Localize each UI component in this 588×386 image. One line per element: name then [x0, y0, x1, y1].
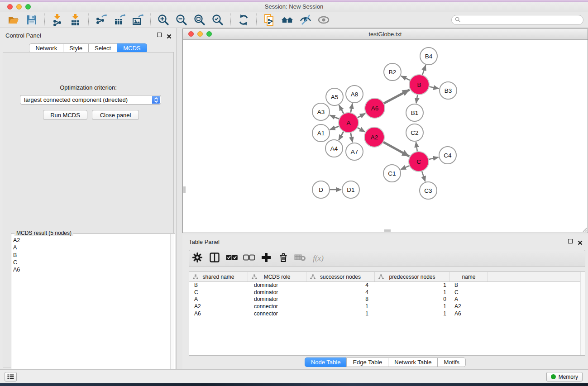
- node-A5[interactable]: A5: [326, 88, 343, 105]
- table-row[interactable]: Cdominator41C: [189, 289, 585, 296]
- cell-mcds-role: dominator: [248, 282, 306, 289]
- show-all-icon[interactable]: [317, 13, 330, 27]
- run-mcds-button[interactable]: Run MCDS: [43, 110, 87, 120]
- memory-button[interactable]: Memory: [546, 372, 583, 381]
- node-B4[interactable]: B4: [420, 48, 437, 65]
- gear-icon[interactable]: [192, 252, 203, 265]
- column-header-shared-name[interactable]: shared name: [189, 272, 248, 281]
- minimize-network-button[interactable]: [197, 31, 203, 37]
- cell-mcds-role: connector: [248, 303, 306, 310]
- export-table-icon[interactable]: [113, 13, 126, 27]
- mcds-result-item[interactable]: C: [13, 259, 169, 266]
- save-session-icon[interactable]: [25, 13, 38, 27]
- add-column-icon[interactable]: [261, 253, 271, 264]
- import-table-from-file-icon[interactable]: [69, 13, 82, 27]
- cell-successor-nodes: 1: [306, 303, 375, 310]
- node-D1[interactable]: D1: [342, 181, 359, 198]
- network-canvas[interactable]: B4B2BB3A5A8A6A3B1AA1C2A2A4A7C4CC1C3DD1: [183, 40, 588, 233]
- zoom-selected-icon[interactable]: [211, 13, 225, 27]
- node-A4[interactable]: A4: [325, 140, 343, 157]
- close-window-button[interactable]: [7, 4, 13, 10]
- table-row[interactable]: Adominator80A: [189, 296, 585, 303]
- tab-node-table[interactable]: Node Table: [305, 357, 347, 367]
- vertical-scroll-mark[interactable]: [183, 186, 186, 193]
- application-window: Session: New Session: [0, 0, 588, 386]
- close-panel-icon[interactable]: [167, 33, 172, 41]
- hide-selected-icon[interactable]: [299, 13, 312, 27]
- open-session-icon[interactable]: [7, 13, 20, 27]
- zoom-fit-content-icon[interactable]: [193, 13, 206, 27]
- tab-motifs[interactable]: Motifs: [437, 357, 466, 367]
- tab-select[interactable]: Select: [88, 43, 117, 53]
- node-C4[interactable]: C4: [439, 147, 456, 164]
- control-panel: Control Panel NetworkStyleSelectMCDS Opt…: [0, 28, 177, 369]
- close-table-panel-icon[interactable]: [578, 239, 583, 247]
- zoom-out-icon[interactable]: [175, 13, 188, 27]
- search-input[interactable]: [463, 16, 583, 24]
- network-window-titlebar[interactable]: testGlobe.txt: [183, 29, 588, 40]
- node-B2[interactable]: B2: [384, 63, 401, 81]
- node-C3[interactable]: C3: [420, 182, 437, 199]
- new-network-from-selection-icon[interactable]: [263, 13, 276, 27]
- node-A8[interactable]: A8: [346, 86, 363, 103]
- node-B3[interactable]: B3: [440, 82, 457, 99]
- trash-icon[interactable]: [278, 252, 289, 265]
- mcds-result-item[interactable]: A: [13, 244, 169, 251]
- table-row[interactable]: A6connector11A6: [189, 310, 585, 318]
- node-A6[interactable]: A6: [365, 98, 385, 118]
- export-image-icon[interactable]: [131, 13, 144, 27]
- tab-network-table[interactable]: Network Table: [388, 357, 438, 367]
- close-panel-button[interactable]: Close panel: [92, 110, 139, 120]
- criterion-select[interactable]: largest connected component (directed): [20, 95, 161, 105]
- column-header-successor-nodes[interactable]: successor nodes: [306, 272, 375, 281]
- node-D[interactable]: D: [312, 181, 330, 198]
- table-row[interactable]: Bdominator41B: [189, 282, 585, 289]
- zoom-window-button[interactable]: [25, 4, 31, 10]
- zoom-network-button[interactable]: [206, 31, 212, 37]
- show-columns-icon[interactable]: [209, 252, 220, 265]
- node-A[interactable]: A: [339, 113, 359, 133]
- tab-network[interactable]: Network: [29, 43, 63, 53]
- node-A3[interactable]: A3: [312, 103, 330, 120]
- task-history-button[interactable]: [5, 372, 17, 381]
- result-scrollbar[interactable]: [170, 234, 174, 386]
- cell-predecessor-nodes: 1: [375, 303, 450, 310]
- apply-preferred-layout-icon[interactable]: [237, 13, 250, 27]
- delete-table-icon[interactable]: [294, 253, 306, 263]
- table-row[interactable]: A2connector11A2: [189, 303, 585, 310]
- select-all-checkboxes-icon[interactable]: [226, 254, 238, 262]
- column-header-mcds-role[interactable]: MCDS role: [248, 272, 306, 281]
- svg-text:A8: A8: [351, 91, 359, 98]
- column-header-predecessor-nodes[interactable]: predecessor nodes: [375, 272, 450, 281]
- mcds-result-item[interactable]: B: [13, 252, 169, 259]
- node-B1[interactable]: B1: [406, 104, 423, 121]
- node-C[interactable]: C: [409, 152, 429, 172]
- zoom-in-icon[interactable]: [157, 13, 170, 27]
- export-network-icon[interactable]: [95, 13, 108, 27]
- mcds-result-item[interactable]: A2: [13, 237, 169, 244]
- table-scrollbar[interactable]: [580, 272, 585, 355]
- resize-grip-icon[interactable]: [582, 227, 587, 232]
- function-builder-icon[interactable]: f(x): [313, 254, 324, 263]
- tab-mcds[interactable]: MCDS: [117, 43, 147, 53]
- first-neighbors-icon[interactable]: [281, 13, 294, 27]
- horizontal-scroll-mark[interactable]: [384, 229, 391, 232]
- node-A2[interactable]: A2: [364, 127, 384, 147]
- node-A1[interactable]: A1: [312, 124, 330, 142]
- node-B[interactable]: B: [409, 75, 429, 95]
- control-panel-tabs: NetworkStyleSelectMCDS: [0, 43, 176, 53]
- node-C2[interactable]: C2: [406, 124, 423, 141]
- float-panel-icon[interactable]: [157, 33, 162, 37]
- node-table: shared nameMCDS rolesuccessor nodesprede…: [189, 272, 585, 356]
- deselect-all-checkboxes-icon[interactable]: [243, 254, 255, 262]
- node-A7[interactable]: A7: [346, 143, 363, 160]
- tab-style[interactable]: Style: [63, 43, 89, 53]
- column-header-name[interactable]: name: [450, 272, 488, 281]
- mcds-result-item[interactable]: A6: [13, 266, 169, 273]
- node-C1[interactable]: C1: [383, 165, 401, 182]
- minimize-window-button[interactable]: [16, 4, 22, 10]
- float-table-panel-icon[interactable]: [568, 239, 573, 243]
- import-network-from-file-icon[interactable]: [51, 13, 64, 27]
- close-network-button[interactable]: [188, 31, 194, 37]
- tab-edge-table[interactable]: Edge Table: [346, 357, 388, 367]
